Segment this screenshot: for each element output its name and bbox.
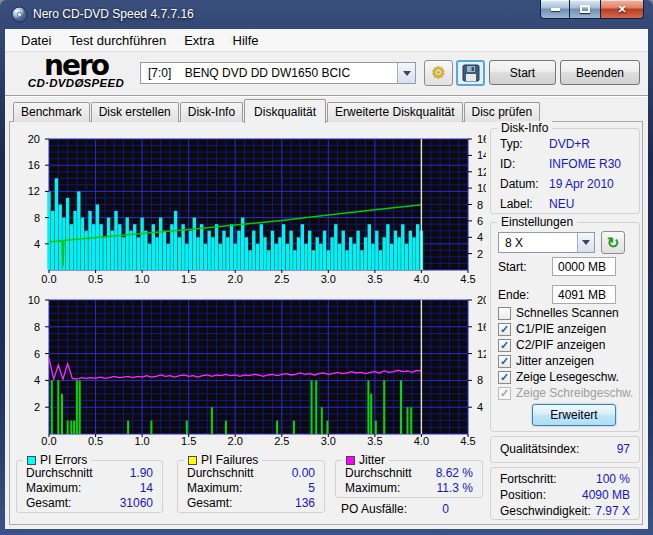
pi-failures-legend-title: PI Failures — [184, 453, 262, 467]
maximize-icon — [580, 5, 590, 13]
speed-select-arrow[interactable] — [577, 233, 594, 252]
nero-logo: nero CD·DVDØSPEED — [11, 54, 141, 89]
menu-item-hilfe[interactable]: Hilfe — [224, 30, 268, 51]
disk-info-row-label: Label:NEU — [500, 197, 574, 213]
row-label: ID: — [500, 157, 549, 173]
checkbox-box[interactable]: ✓ — [498, 323, 511, 336]
svg-text:8: 8 — [477, 199, 483, 211]
toolbar-separator — [5, 95, 648, 97]
speed-select[interactable]: 8 X — [498, 232, 595, 253]
tab-diskqualitaet[interactable]: Diskqualität — [244, 99, 326, 123]
svg-text:4: 4 — [34, 374, 40, 386]
checkbox-c2-pif-anzeigen[interactable]: ✓C2/PIF anzeigen — [498, 338, 605, 352]
checkbox-box[interactable]: ✓ — [498, 371, 511, 384]
options-button[interactable]: ⚙ — [424, 60, 453, 86]
tab-disk-erstellen[interactable]: Disk erstellen — [91, 102, 179, 122]
row-value: 19 Apr 2010 — [549, 177, 614, 193]
minimize-icon — [551, 8, 560, 11]
svg-text:4.0: 4.0 — [414, 273, 429, 285]
chevron-down-icon — [403, 71, 411, 76]
tab-disk-info[interactable]: Disk-Info — [180, 102, 243, 122]
row-label: Fortschritt: — [500, 472, 557, 487]
svg-text:0.5: 0.5 — [88, 435, 103, 447]
svg-text:0.5: 0.5 — [88, 273, 103, 285]
quit-button[interactable]: Beenden — [560, 60, 640, 85]
checkbox-jitter-anzeigen[interactable]: ✓Jitter anzeigen — [498, 354, 594, 368]
tab-disc-pruefen[interactable]: Disc prüfen — [464, 102, 541, 122]
checkbox-zeige-lesegeschw[interactable]: ✓Zeige Lesegeschw. — [498, 370, 619, 384]
legend-title-text: PI Failures — [201, 453, 258, 467]
svg-text:4: 4 — [34, 238, 40, 250]
jitter-legend-group: Jitter Durchschnitt8.62 % Maximum:11.3 % — [335, 460, 483, 498]
checkbox-box[interactable]: ✓ — [498, 339, 511, 352]
progress-group: Fortschritt:100 % Position:4090 MB Gesch… — [490, 467, 640, 520]
minimize-button[interactable] — [540, 0, 570, 19]
start-mb-label: Start: — [498, 260, 527, 274]
svg-text:10: 10 — [477, 182, 486, 194]
save-icon — [462, 64, 480, 82]
menu-item-datei[interactable]: Datei — [12, 30, 60, 51]
drive-select-arrow[interactable] — [397, 63, 415, 83]
maximize-button[interactable] — [570, 0, 600, 19]
row-label: Typ: — [500, 137, 549, 153]
quality-index-value: 97 — [617, 442, 630, 457]
legend-row: Maximum:11.3 % — [345, 481, 473, 496]
tab-erweiterte-diskqualitaet[interactable]: Erweiterte Diskqualität — [327, 102, 462, 122]
svg-text:8: 8 — [34, 321, 40, 333]
legend-title-text: Jitter — [359, 453, 385, 467]
checkbox-label: Schnelles Scannen — [516, 306, 619, 320]
row-value: 136 — [295, 496, 315, 511]
row-label: Gesamt: — [26, 496, 71, 511]
legend-row: Maximum:14 — [26, 481, 153, 496]
menu-item-extra[interactable]: Extra — [175, 30, 223, 51]
tab-benchmark[interactable]: Benchmark — [13, 102, 90, 122]
row-value: 0.00 — [292, 466, 315, 481]
settings-title: Einstellungen — [497, 215, 577, 229]
tab-strip: Benchmark Disk erstellen Disk-Info Diskq… — [13, 99, 541, 122]
disk-info-row-datum: Datum:19 Apr 2010 — [500, 177, 614, 193]
legend-row: Durchschnitt8.62 % — [345, 466, 473, 481]
speed-select-value: 8 X — [499, 236, 577, 250]
start-button[interactable]: Start — [489, 60, 556, 85]
drive-select[interactable]: [7:0] BENQ DVD DD DW1650 BCIC — [140, 62, 416, 84]
save-button[interactable] — [456, 60, 485, 86]
checkbox-box[interactable] — [498, 307, 511, 320]
svg-text:1.0: 1.0 — [134, 273, 149, 285]
pi-failures-swatch-icon — [188, 456, 197, 465]
speed-row: Geschwindigkeit:7.97 X — [500, 504, 630, 519]
checkbox-schnelles-scannen[interactable]: Schnelles Scannen — [498, 306, 619, 320]
checkbox-box[interactable]: ✓ — [498, 355, 511, 368]
svg-text:2.0: 2.0 — [228, 435, 243, 447]
row-value: DVD+R — [549, 137, 590, 153]
svg-text:14: 14 — [477, 149, 486, 161]
checkbox-label: Jitter anzeigen — [516, 354, 594, 368]
legend-title-text: PI Errors — [40, 453, 87, 467]
svg-text:0.0: 0.0 — [41, 273, 56, 285]
pi-errors-chart: 481216202468101214160.00.51.01.52.02.53.… — [16, 130, 486, 288]
pi-errors-legend-title: PI Errors — [23, 453, 91, 467]
row-value: 31060 — [120, 496, 153, 511]
svg-text:20: 20 — [477, 295, 486, 306]
caption-buttons: ✕ — [540, 0, 644, 19]
row-value: 4090 MB — [582, 488, 630, 503]
row-label: Geschwindigkeit: — [500, 504, 591, 519]
row-value: 8.62 % — [436, 466, 473, 481]
disk-info-row-typ: Typ:DVD+R — [500, 137, 590, 153]
row-label: Maximum: — [345, 481, 400, 496]
disk-info-group: Disk-Info Typ:DVD+R ID:INFOME R30 Datum:… — [490, 128, 640, 214]
svg-text:0.0: 0.0 — [41, 435, 56, 447]
svg-text:1.0: 1.0 — [134, 435, 149, 447]
pi-failures-legend-group: PI Failures Durchschnitt0.00 Maximum:5 G… — [177, 460, 325, 513]
checkbox-c1-pie-anzeigen[interactable]: ✓C1/PIE anzeigen — [498, 322, 606, 336]
svg-text:8: 8 — [477, 374, 483, 386]
svg-text:16: 16 — [28, 159, 40, 171]
chevron-down-icon — [582, 240, 590, 245]
svg-text:2.5: 2.5 — [274, 273, 289, 285]
refresh-button[interactable]: ↻ — [601, 231, 625, 254]
svg-text:2.5: 2.5 — [274, 435, 289, 447]
close-button[interactable]: ✕ — [600, 0, 644, 19]
svg-text:6: 6 — [34, 348, 40, 360]
menu-item-test-durchfuehren[interactable]: Test durchführen — [60, 30, 175, 51]
svg-text:6: 6 — [477, 215, 483, 227]
advanced-button[interactable]: Erweitert — [532, 404, 616, 426]
